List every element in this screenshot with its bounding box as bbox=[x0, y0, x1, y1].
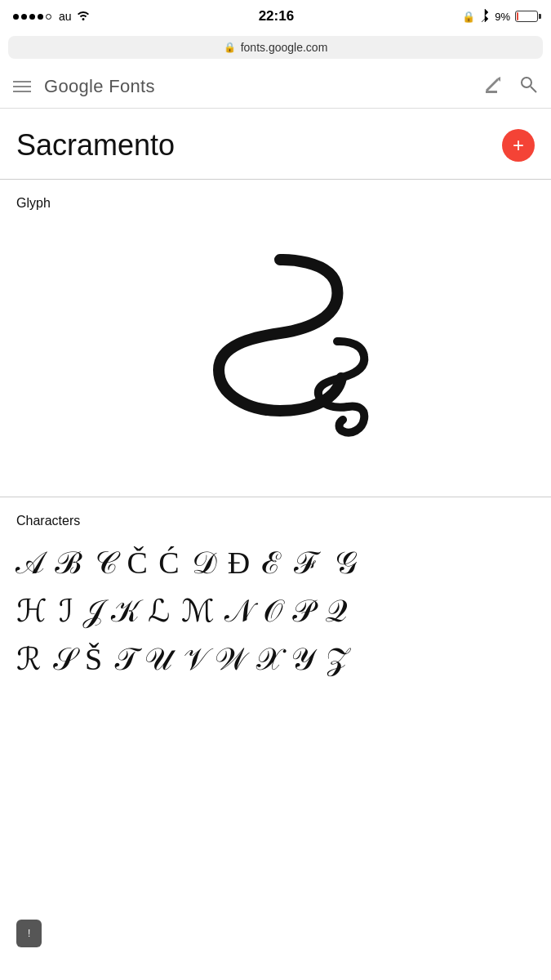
characters-row-1: 𝒜 ℬ 𝒞 Č Ć 𝒟 Ð ℰ ℱ 𝒢 bbox=[16, 541, 535, 585]
status-left: au bbox=[13, 9, 91, 24]
hamburger-line-3 bbox=[13, 91, 31, 92]
font-name: Sacramento bbox=[16, 128, 175, 163]
signal-dot-2 bbox=[21, 14, 27, 20]
battery-icon bbox=[515, 11, 538, 22]
font-title-section: Sacramento + bbox=[0, 109, 551, 180]
url-text: fonts.google.com bbox=[241, 41, 328, 54]
lock-icon: 🔒 bbox=[462, 11, 475, 23]
svg-point-2 bbox=[522, 78, 531, 87]
signal-dots bbox=[13, 14, 51, 20]
glyph-svg bbox=[137, 235, 415, 448]
signal-dot-4 bbox=[38, 14, 43, 20]
characters-row-3: ℛ 𝒮 Š 𝒯 𝒰 𝒱 𝒲 𝒳 𝒴 𝒵 bbox=[16, 638, 535, 681]
signal-dot-3 bbox=[29, 14, 35, 20]
signal-dot-5 bbox=[46, 14, 51, 20]
search-icon[interactable] bbox=[518, 74, 538, 99]
battery-pct: 9% bbox=[495, 11, 510, 23]
characters-row-2: ℋ ℐ 𝒥 𝒦 ℒ ℳ 𝒩 𝒪 𝒫 𝒬 bbox=[16, 590, 535, 633]
paint-icon[interactable] bbox=[482, 74, 504, 100]
wifi-icon bbox=[76, 9, 91, 24]
status-bar: au 22:16 🔒 9% bbox=[0, 0, 551, 33]
carrier-label: au bbox=[59, 10, 72, 23]
svg-line-3 bbox=[531, 87, 536, 92]
characters-label: Characters bbox=[16, 514, 535, 528]
app-logo: Google Fonts bbox=[44, 76, 155, 97]
hamburger-line-1 bbox=[13, 81, 31, 82]
battery-fill bbox=[517, 12, 518, 20]
glyph-display bbox=[0, 211, 551, 497]
nav-right bbox=[482, 74, 538, 100]
bluetooth-icon bbox=[480, 8, 490, 25]
hamburger-line-2 bbox=[13, 86, 31, 87]
url-bar[interactable]: 🔒 fonts.google.com bbox=[8, 36, 543, 59]
status-right: 🔒 9% bbox=[462, 8, 538, 25]
glyph-label: Glyph bbox=[0, 180, 551, 211]
hamburger-menu[interactable] bbox=[13, 81, 31, 92]
svg-rect-0 bbox=[486, 91, 497, 93]
add-font-button[interactable]: + bbox=[502, 129, 535, 162]
status-time: 22:16 bbox=[259, 8, 294, 24]
nav-left: Google Fonts bbox=[13, 76, 155, 97]
top-nav: Google Fonts bbox=[0, 65, 551, 109]
url-lock-icon: 🔒 bbox=[224, 42, 236, 53]
characters-section: Characters 𝒜 ℬ 𝒞 Č Ć 𝒟 Ð ℰ ℱ 𝒢 ℋ ℐ 𝒥 𝒦 ℒ… bbox=[0, 497, 551, 695]
glyph-section: Glyph bbox=[0, 180, 551, 497]
signal-dot-1 bbox=[13, 14, 19, 20]
